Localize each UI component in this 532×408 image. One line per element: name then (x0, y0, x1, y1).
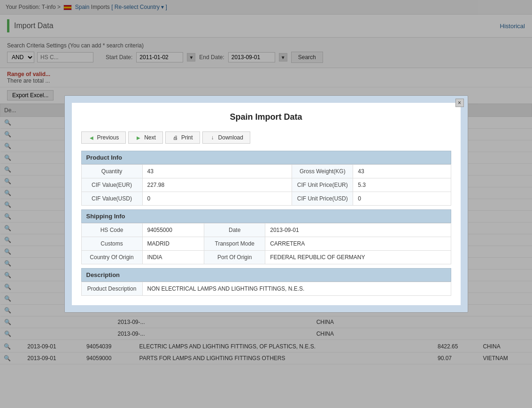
transport-mode-value: CARRETERA (265, 237, 451, 251)
cif-value-eur-label: CIF Value(EUR) (81, 178, 142, 192)
customs-row: Customs MADRID Transport Mode CARRETERA (81, 237, 451, 251)
cif-unit-price-eur-label: CIF Unit Price(EUR) (292, 178, 353, 192)
cif-unit-price-eur-value: 5.3 (353, 178, 451, 192)
country-of-origin-label: Country Of Origin (81, 251, 142, 264)
cif-value-usd-label: CIF Value(USD) (81, 192, 142, 206)
download-icon (209, 134, 216, 141)
hs-code-row: HS Code 94055000 Date 2013-09-01 (81, 223, 451, 237)
cif-eur-row: CIF Value(EUR) 227.98 CIF Unit Price(EUR… (81, 178, 451, 192)
print-icon (172, 134, 179, 141)
port-of-origin-label: Port Of Origin (204, 251, 265, 264)
modal-toolbar: Previous Next Print Download (81, 131, 451, 144)
print-button[interactable]: Print (165, 131, 200, 144)
shipping-info-header: Shipping Info (81, 209, 451, 223)
hs-code-value: 94055000 (142, 223, 204, 237)
cif-value-eur-value: 227.98 (142, 178, 292, 192)
gross-weight-value: 43 (353, 165, 451, 178)
gross-weight-label: Gross Weight(KG) (292, 165, 353, 178)
description-table: Product Description NON ELECTRICAL LAMPS… (81, 282, 451, 296)
download-label: Download (218, 134, 243, 141)
cif-usd-row: CIF Value(USD) 0 CIF Unit Price(USD) 0 (81, 192, 451, 206)
next-button[interactable]: Next (128, 131, 163, 144)
date-label: Date (204, 223, 265, 237)
quantity-row: Quantity 43 Gross Weight(KG) 43 (81, 165, 451, 178)
download-button[interactable]: Download (202, 131, 250, 144)
country-of-origin-value: INDIA (142, 251, 204, 264)
shipping-info-table: HS Code 94055000 Date 2013-09-01 Customs… (81, 223, 451, 264)
modal-title: Spain Import Data (81, 112, 451, 122)
date-value: 2013-09-01 (265, 223, 451, 237)
modal-close-button[interactable]: × (455, 99, 464, 107)
cif-unit-price-usd-label: CIF Unit Price(USD) (292, 192, 353, 206)
description-section: Description Product Description NON ELEC… (81, 268, 451, 296)
next-icon (135, 134, 142, 141)
previous-button[interactable]: Previous (81, 131, 126, 144)
customs-label: Customs (81, 237, 142, 251)
quantity-label: Quantity (81, 165, 142, 178)
product-info-header: Product Info (81, 151, 451, 164)
description-header: Description (81, 268, 451, 282)
product-info-section: Product Info Quantity 43 Gross Weight(KG… (81, 151, 451, 206)
modal-container: × Spain Import Data Previous Next Print (64, 95, 468, 313)
hs-code-label: HS Code (81, 223, 142, 237)
port-of-origin-value: FEDERAL REPUBLIC OF GERMANY (265, 251, 451, 264)
product-description-row: Product Description NON ELECTRICAL LAMPS… (81, 282, 451, 296)
print-label: Print (181, 134, 193, 141)
previous-icon (88, 134, 95, 141)
product-desc-label: Product Description (81, 282, 142, 296)
modal-inner: Spain Import Data Previous Next Print (72, 103, 461, 305)
product-desc-value: NON ELECTRICAL LAMPS AND LIGHTING FITTIN… (142, 282, 451, 296)
shipping-info-section: Shipping Info HS Code 94055000 Date 2013… (81, 209, 451, 264)
transport-mode-label: Transport Mode (204, 237, 265, 251)
customs-value: MADRID (142, 237, 204, 251)
quantity-value: 43 (142, 165, 292, 178)
next-label: Next (144, 134, 156, 141)
previous-label: Previous (97, 134, 119, 141)
modal-overlay: × Spain Import Data Previous Next Print (0, 0, 532, 408)
product-info-table: Quantity 43 Gross Weight(KG) 43 CIF Valu… (81, 164, 451, 206)
country-origin-row: Country Of Origin INDIA Port Of Origin F… (81, 251, 451, 264)
cif-value-usd-value: 0 (142, 192, 292, 206)
cif-unit-price-usd-value: 0 (353, 192, 451, 206)
